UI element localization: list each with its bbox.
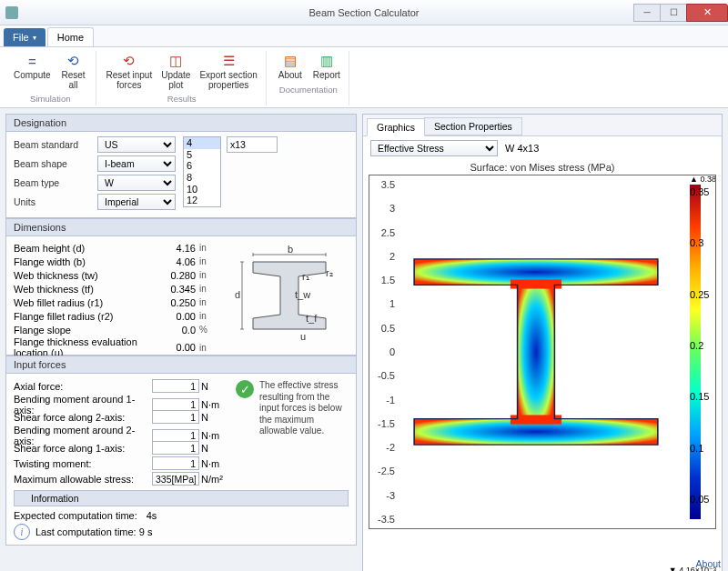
expected-time-value: 4s [147,510,157,521]
last-time-label: Last computation time: 9 s [35,526,152,537]
reset-input-forces-button[interactable]: ⟲Reset input forces [104,51,156,92]
force-row: Shear force along 1-axis:N [14,440,228,456]
panel-designation-header: Designation [5,114,357,132]
tab-graphics[interactable]: Graphics [367,118,425,136]
force-row: Bending moment around 1-axis:N·m [14,394,228,409]
pdf-icon: ▤ [280,53,300,69]
tab-home[interactable]: Home [47,27,94,46]
window-minimize[interactable]: ─ [633,4,661,22]
group-docs-label: Documentation [274,85,343,95]
dimension-row: Flange width (b)4.06in [14,255,216,268]
dimension-row: Flange slope0.0% [14,323,216,336]
panel-dimensions-header: Dimensions [5,218,357,236]
svg-text:t_w: t_w [295,289,310,300]
select-beam-standard[interactable]: US [97,136,176,153]
force-row: Bending moment around 2-axis:N·m [14,425,228,440]
select-beam-type[interactable]: W [97,175,176,191]
reset-icon: ⟲ [64,53,84,69]
panel-info-header: Information [14,490,349,506]
expected-time-label: Expected computation time: [14,510,137,521]
force-row: Maximum allowable stress:N/m² [14,471,228,486]
plot-title: Surface: von Mises stress (MPa) [369,162,716,173]
compute-button[interactable]: =Compute [11,51,54,92]
file-menu[interactable]: File [4,28,46,46]
select-units[interactable]: Imperial [97,194,176,210]
dimension-row: Flange fillet radius (r2)0.00in [14,309,216,323]
update-plot-icon: ◫ [166,53,186,69]
force-row: Twisting moment:N·m [14,456,228,471]
reset-all-button[interactable]: ⟲Reset all [57,51,90,92]
listbox-size-item[interactable]: 14 [184,206,220,207]
label-beam-standard: Beam standard [14,139,94,150]
dimension-row: Web thickness (tw)0.280in [14,268,216,282]
about-link[interactable]: About [696,558,721,569]
svg-text:d: d [235,289,240,300]
force-row: Axial force:N [14,378,228,394]
svg-text:t_f: t_f [306,313,318,324]
tab-section-properties[interactable]: Section Properties [424,117,522,135]
window-titlebar: Beam Section Calculator ─ ☐ ✕ [0,0,728,25]
listbox-size-item[interactable]: 4 [184,137,220,149]
status-ok-icon: ✓ [236,380,254,398]
listbox-size-item[interactable]: 6 [184,160,220,172]
group-simulation-label: Simulation [11,94,90,104]
export-section-button[interactable]: ☰Export section properties [197,51,259,92]
dimension-row: Web fillet radius (r1)0.250in [14,296,216,309]
section-label: W 4x13 [505,143,539,154]
listbox-size[interactable]: 4568101214 [183,136,221,207]
app-icon [5,6,18,19]
window-close[interactable]: ✕ [686,4,728,22]
svg-text:r₁: r₁ [302,271,309,282]
dimension-row: Web thickness (tf)0.345in [14,282,216,296]
force-input[interactable] [152,456,199,470]
select-beam-shape[interactable]: I-beam [97,155,176,172]
status-text: The effective stress resulting from the … [259,380,349,437]
svg-text:u: u [300,331,306,342]
export-icon: ☰ [218,53,238,69]
report-button[interactable]: ▥Report [310,51,343,83]
listbox-size-item[interactable]: 8 [184,172,220,184]
plot-canvas[interactable]: 3.532.521.510.50-0.5-1-1.5-2-2.5-3-3.5 [369,175,716,529]
window-title: Beam Section Calculator [308,7,419,18]
label-beam-type: Beam type [14,177,94,188]
ribbon: =Compute ⟲Reset all Simulation ⟲Reset in… [0,47,728,108]
force-input[interactable] [152,441,199,455]
svg-text:b: b [288,245,293,255]
dimension-row: Flange thickness evaluation location (u)… [14,336,216,350]
listbox-size-item[interactable]: 10 [184,184,220,195]
compute-icon: = [22,53,42,69]
listbox-size-item[interactable]: 12 [184,195,220,206]
force-input[interactable] [152,472,199,486]
report-icon: ▥ [317,53,337,69]
beam-diagram: b d r₁ r₂ t_w t_f u [221,241,349,350]
svg-rect-9 [518,281,555,422]
listbox-size-item[interactable]: 5 [184,149,220,161]
update-plot-button[interactable]: ◫Update plot [158,51,193,92]
group-results-label: Results [104,94,260,104]
force-row: Shear force along 2-axis:N [14,409,228,425]
ribbon-tabstrip: File Home [0,25,728,47]
reset-forces-icon: ⟲ [119,53,139,69]
info-icon: i [14,524,30,540]
window-maximize[interactable]: ☐ [660,4,687,22]
dimension-row: Beam height (d)4.16in [14,241,216,255]
panel-forces-header: Input forces [5,356,357,374]
force-input[interactable] [152,379,199,393]
label-beam-shape: Beam shape [14,158,94,169]
force-input[interactable] [152,410,199,424]
select-plot-view[interactable]: Effective Stress [370,140,498,156]
label-units: Units [14,196,94,207]
variant-input[interactable] [227,136,278,153]
about-button[interactable]: ▤About [274,51,307,83]
svg-text:r₂: r₂ [326,267,333,278]
